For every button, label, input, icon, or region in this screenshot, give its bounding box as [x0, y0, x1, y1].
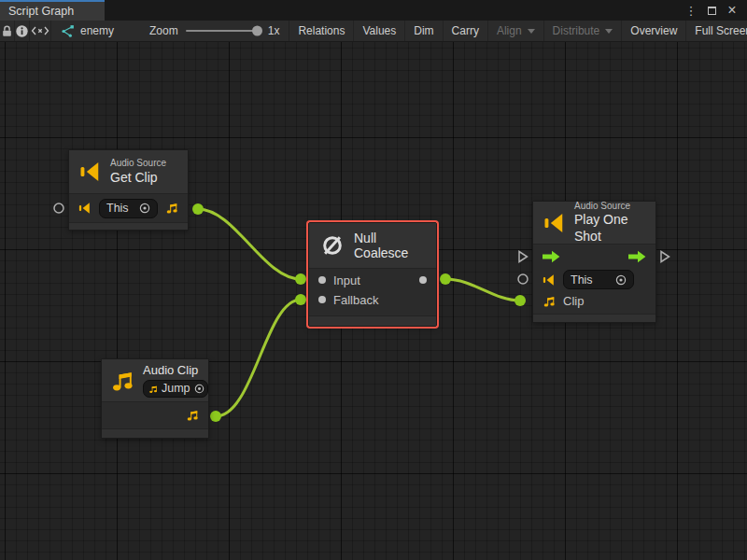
fallback-port-row: Fallback: [309, 289, 436, 310]
node-title: Null Coalesce: [354, 231, 426, 260]
null-coalesce-icon: [319, 232, 345, 259]
port-nullcoalesce-input[interactable]: [295, 273, 306, 285]
wire-audioclip-to-nullcoalesce-fallback[interactable]: [216, 300, 301, 416]
node-title: Get Clip: [110, 170, 166, 187]
info-button[interactable]: [15, 21, 30, 41]
graph-name: enemy: [80, 24, 114, 37]
tab-bar: Script Graph ⋮ ×: [0, 0, 747, 21]
audio-clip-note-icon: [543, 295, 556, 308]
zoom-value: 1x: [268, 24, 280, 37]
node-footer: [69, 222, 188, 230]
window-menu-icon[interactable]: ⋮: [684, 3, 698, 18]
audio-source-icon: [543, 273, 556, 287]
input-port-row: Input: [309, 269, 436, 289]
audio-clip-note-icon: [165, 202, 178, 215]
align-dropdown[interactable]: Align: [488, 21, 544, 41]
node-null-coalesce-header: Null Coalesce: [309, 223, 436, 269]
port-nullcoalesce-output[interactable]: [440, 273, 451, 285]
object-picker-icon[interactable]: [194, 384, 204, 394]
graph-toolbar: enemy Zoom 1x Relations Values Dim Carry…: [0, 21, 747, 42]
audio-clip-value-field[interactable]: Jump: [143, 380, 208, 398]
node-title: Audio Clip: [143, 363, 208, 378]
code-icon: [30, 24, 50, 37]
output-port-dot[interactable]: [419, 276, 427, 284]
port-playoneshot-clip-input[interactable]: [514, 295, 526, 306]
node-footer: [102, 428, 208, 438]
chevron-down-icon: [528, 29, 535, 34]
target-row: This: [533, 269, 655, 290]
dim-button[interactable]: Dim: [405, 21, 443, 41]
info-icon: [15, 24, 29, 38]
carry-button[interactable]: Carry: [444, 21, 488, 41]
zoom-slider-handle[interactable]: [252, 26, 262, 36]
full-screen-button[interactable]: Full Screen: [686, 21, 747, 41]
flow-row: [533, 245, 655, 269]
audio-clip-note-icon: [148, 385, 158, 394]
port-nullcoalesce-fallback[interactable]: [295, 294, 306, 305]
wire-getclip-to-nullcoalesce-input[interactable]: [198, 209, 301, 279]
maximize-icon[interactable]: [704, 3, 719, 18]
values-button[interactable]: Values: [354, 21, 405, 41]
port-playoneshot-flow-input[interactable]: [519, 252, 528, 262]
code-view-button[interactable]: [30, 21, 51, 41]
zoom-label: Zoom: [149, 24, 178, 37]
tab-title: Script Graph: [8, 5, 74, 18]
port-audioclip-output[interactable]: [210, 411, 221, 422]
target-object-field[interactable]: This: [99, 199, 158, 218]
close-icon[interactable]: ×: [725, 3, 740, 18]
port-getclip-target-input[interactable]: [54, 203, 63, 213]
node-category: Audio Source: [574, 201, 645, 213]
node-category: Audio Source: [110, 158, 166, 170]
node-footer: [309, 315, 436, 326]
overview-button[interactable]: Overview: [622, 21, 686, 41]
audio-clip-note-icon: [186, 409, 199, 422]
graph-breadcrumb[interactable]: enemy: [51, 21, 123, 41]
zoom-slider[interactable]: [186, 30, 261, 32]
maximize-glyph: [708, 7, 716, 15]
wire-nullcoalesce-to-playoneshot-clip[interactable]: [445, 279, 520, 301]
input-port-dot[interactable]: [318, 276, 326, 284]
node-audio-clip[interactable]: Audio Clip Jump: [101, 358, 209, 439]
node-get-clip-header: Audio Source Get Clip: [69, 150, 188, 194]
graph-canvas[interactable]: Audio Source Get Clip This: [0, 42, 747, 560]
node-title: Play One Shot: [574, 212, 645, 245]
script-graph-window: Script Graph ⋮ × e: [0, 0, 747, 560]
node-audio-clip-output-row: [102, 402, 208, 428]
relations-button[interactable]: Relations: [289, 21, 354, 41]
node-get-clip-body-row: This: [69, 194, 188, 222]
flow-out-arrow-icon[interactable]: [628, 250, 646, 263]
node-null-coalesce[interactable]: Null Coalesce Input Fallback: [308, 222, 437, 327]
node-footer: [533, 314, 655, 322]
audio-source-icon: [79, 161, 102, 183]
script-graph-icon: [61, 24, 75, 38]
toolbar-buttons: Relations Values Dim Carry Align Distrib…: [289, 21, 747, 41]
object-picker-icon[interactable]: [615, 274, 627, 286]
lock-button[interactable]: [0, 21, 15, 41]
audio-clip-note-icon: [110, 369, 134, 393]
tab-script-graph[interactable]: Script Graph: [0, 0, 105, 21]
window-controls: ⋮ ×: [684, 0, 747, 21]
clip-row: Clip: [533, 290, 655, 312]
zoom-control: Zoom 1x: [123, 21, 289, 41]
distribute-dropdown[interactable]: Distribute: [544, 21, 623, 41]
audio-source-icon: [78, 202, 92, 215]
target-object-field[interactable]: This: [563, 270, 634, 289]
flow-in-arrow-icon[interactable]: [543, 250, 560, 263]
fallback-port-dot[interactable]: [318, 296, 326, 303]
port-playoneshot-target-input[interactable]: [518, 274, 528, 284]
node-play-one-shot[interactable]: Audio Source Play One Shot This: [532, 201, 656, 323]
chevron-down-icon: [605, 29, 613, 34]
lock-icon: [0, 24, 14, 38]
node-get-clip[interactable]: Audio Source Get Clip This: [68, 149, 189, 231]
audio-source-icon: [543, 212, 566, 234]
port-getclip-output[interactable]: [192, 203, 204, 215]
port-playoneshot-flow-output[interactable]: [661, 252, 669, 262]
node-audio-clip-header: Audio Clip Jump: [102, 359, 208, 402]
node-play-one-shot-header: Audio Source Play One Shot: [533, 202, 655, 245]
object-picker-icon[interactable]: [139, 203, 150, 214]
